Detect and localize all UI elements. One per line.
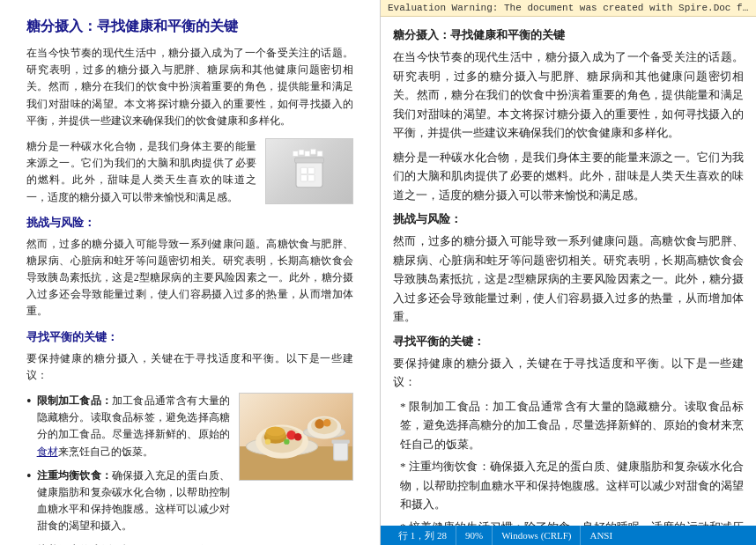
svg-rect-27 <box>334 441 348 460</box>
list-item-1: • 限制加工食品：加工食品通常含有大量的隐藏糖分。读取食品标签，避免选择高糖分的… <box>26 393 230 460</box>
bullet-icon-2: • <box>26 468 32 535</box>
right-para2: 糖分是一种碳水化合物，是我们身体主要的能量来源之一。它们为我们的大脑和肌肉提供了… <box>393 148 744 204</box>
svg-point-25 <box>315 419 324 429</box>
svg-point-17 <box>266 426 285 436</box>
right-panel: Evaluation Warning: The document was cre… <box>381 0 756 545</box>
svg-rect-10 <box>317 151 322 157</box>
line-ending: Windows (CRLF) <box>493 526 581 545</box>
right-challenge-heading: 挑战与风险： <box>393 210 744 228</box>
encoding: ANSI <box>581 526 621 545</box>
svg-rect-28 <box>332 439 350 443</box>
svg-rect-5 <box>308 175 315 182</box>
challenge-text: 然而，过多的糖分摄入可能导致一系列健康问题。高糖饮食与肥胖、糖尿病、心脏病和蛀牙… <box>26 236 353 320</box>
left-intro: 在当今快节奏的现代生活中，糖分摄入成为了一个备受关注的话题。研究表明，过多的糖分… <box>26 45 353 129</box>
right-balance-intro: 要保持健康的糖分摄入，关键在于寻找适度和平衡。以下是一些建议： <box>393 354 744 392</box>
bullet-icon-1: • <box>26 393 32 460</box>
list-item-2-text: 注重均衡饮食：确保摄入充足的蛋白质、健康脂肪和复杂碳水化合物，以帮助控制血糖水平… <box>37 468 230 535</box>
svg-rect-4 <box>300 175 308 182</box>
warning-bar: Evaluation Warning: The document was cre… <box>381 0 756 17</box>
left-title: 糖分摄入：寻找健康和平衡的关键 <box>26 18 353 36</box>
food-ingredients-link[interactable]: 食材 <box>37 446 58 458</box>
list-item-2: • 注重均衡饮食：确保摄入充足的蛋白质、健康脂肪和复杂碳水化合物，以帮助控制血糖… <box>26 468 230 535</box>
right-balance-heading: 寻找平衡的关键： <box>393 332 744 350</box>
left-panel: 糖分摄入：寻找健康和平衡的关键 在当今快节奏的现代生活中，糖分摄入成为了一个备受… <box>0 0 381 545</box>
svg-rect-8 <box>305 151 310 157</box>
svg-rect-9 <box>311 150 316 155</box>
svg-rect-3 <box>308 168 315 175</box>
svg-rect-6 <box>293 151 298 157</box>
challenge-heading: 挑战与风险： <box>26 215 353 231</box>
food-plate-image <box>239 393 353 481</box>
right-challenge: 然而，过多的糖分摄入可能导致一系列健康问题。高糖饮食与肥胖、糖尿病、心脏病和蛀牙… <box>393 232 744 326</box>
balance-intro: 要保持健康的糖分摄入，关键在于寻找适度和平衡。以下是一些建议： <box>26 350 353 384</box>
para2-text: 糖分是一种碳水化合物，是我们身体主要的能量来源之一。它们为我们的大脑和肌肉提供了… <box>26 138 256 206</box>
list-item-1-bold: 限制加工食品： <box>37 394 112 407</box>
right-bullet1: * 限制加工食品：加工食品通常含有大量的隐藏糖分。读取食品标签，避免选择高糖分的… <box>393 397 744 453</box>
list-item-3: • 培养健康的生活习惯：除了饮食，良好的睡眠、适度的运动和减压技巧也是保持血糖平… <box>26 542 230 546</box>
right-bullet2: * 注重均衡饮食：确保摄入充足的蛋白质、健康脂肪和复杂碳水化合物，以帮助控制血糖… <box>393 457 744 513</box>
bullet-icon-3: • <box>26 542 32 546</box>
svg-rect-7 <box>299 150 304 155</box>
svg-point-26 <box>323 419 331 427</box>
svg-point-21 <box>284 438 289 444</box>
zoom-level: 90% <box>456 526 493 545</box>
list-content: • 限制加工食品：加工食品通常含有大量的隐藏糖分。读取食品标签，避免选择高糖分的… <box>26 393 230 545</box>
text-content-area[interactable]: 糖分摄入：寻找健康和平衡的关键 在当今快节奏的现代生活中，糖分摄入成为了一个备受… <box>381 17 756 526</box>
list-item-2-bold: 注重均衡饮食： <box>37 469 112 482</box>
list-with-image-section: • 限制加工食品：加工食品通常含有大量的隐藏糖分。读取食品标签，避免选择高糖分的… <box>26 393 353 545</box>
svg-rect-2 <box>300 168 308 175</box>
status-bar: 行 1，列 28 90% Windows (CRLF) ANSI <box>381 526 756 545</box>
svg-point-19 <box>294 433 302 441</box>
list-item-1-text: 限制加工食品：加工食品通常含有大量的隐藏糖分。读取食品标签，避免选择高糖分的加工… <box>37 393 230 460</box>
para2-with-image: 糖分是一种碳水化合物，是我们身体主要的能量来源之一。它们为我们的大脑和肌肉提供了… <box>26 138 353 206</box>
right-bullet3: * 培养健康的生活习惯：除了饮食，良好的睡眠、适度的运动和减压技巧也是保持血糖平… <box>393 518 744 527</box>
cursor-position: 行 1，列 28 <box>389 526 456 545</box>
list-item-3-text: 培养健康的生活习惯：除了饮食，良好的睡眠、适度的运动和减压技巧也是保持血糖平衡和… <box>37 542 230 546</box>
right-doc-title: 糖分摄入：寻找健康和平衡的关键 <box>393 26 744 44</box>
sugar-jar-image <box>265 138 353 204</box>
right-para1: 在当今快节奏的现代生活中，糖分摄入成为了一个备受关注的话题。研究表明，过多的糖分… <box>393 48 744 142</box>
svg-point-24 <box>311 417 337 434</box>
warning-text: Evaluation Warning: The document was cre… <box>388 3 756 13</box>
svg-rect-1 <box>295 158 324 163</box>
svg-point-20 <box>265 438 271 444</box>
balance-heading: 寻找平衡的关键： <box>26 329 353 345</box>
